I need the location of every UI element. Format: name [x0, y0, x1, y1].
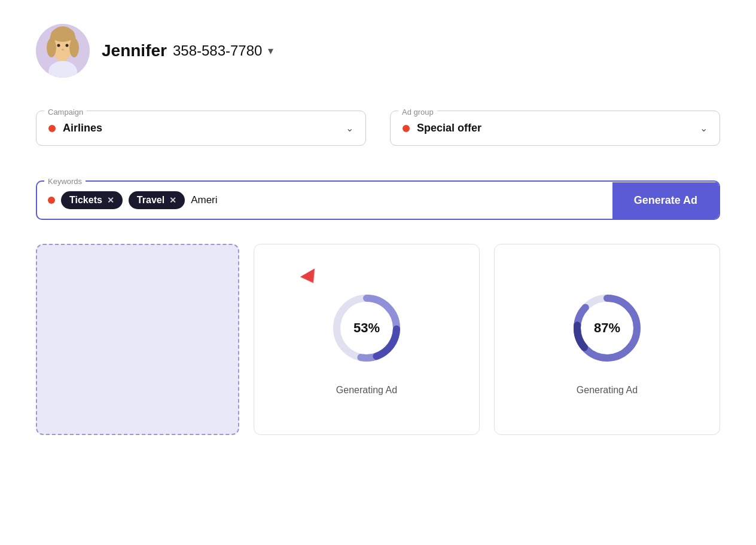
- tag-travel-label: Travel: [137, 195, 164, 206]
- tag-tickets-close-icon[interactable]: ✕: [107, 195, 114, 205]
- keywords-box: Tickets ✕ Travel ✕ Generate Ad: [36, 180, 720, 220]
- svg-point-9: [57, 44, 60, 47]
- svg-point-10: [66, 44, 69, 47]
- campaign-status-dot: [48, 125, 56, 132]
- cards-row: 53% Generating Ad 87% Generating Ad: [36, 244, 720, 435]
- generate-ad-button[interactable]: Generate Ad: [612, 182, 719, 219]
- placeholder-card: [36, 244, 239, 435]
- svg-point-3: [47, 38, 56, 57]
- svg-point-11: [62, 49, 64, 51]
- adgroup-label: Ad group: [398, 108, 437, 117]
- tag-tickets-label: Tickets: [69, 195, 102, 206]
- stat-card-87: 87% Generating Ad: [494, 244, 720, 435]
- avatar: [36, 24, 90, 78]
- tag-travel[interactable]: Travel ✕: [129, 191, 185, 209]
- adgroup-chevron-icon: ⌄: [700, 123, 708, 134]
- svg-point-4: [69, 38, 79, 57]
- tag-tickets[interactable]: Tickets ✕: [61, 191, 123, 209]
- donut-percent-53: 53%: [353, 320, 380, 336]
- adgroup-dropdown-group: Ad group Special offer ⌄: [390, 102, 720, 146]
- user-phone: 358-583-7780: [173, 42, 262, 59]
- keywords-section: Keywords Tickets ✕ Travel ✕ Generate Ad: [36, 170, 720, 220]
- adgroup-status-dot: [403, 125, 410, 132]
- profile-chevron-icon[interactable]: ▾: [268, 44, 273, 57]
- svg-point-12: [54, 53, 63, 59]
- keywords-label: Keywords: [44, 177, 86, 186]
- keywords-inner: Tickets ✕ Travel ✕: [37, 182, 606, 219]
- adgroup-dropdown[interactable]: Special offer ⌄: [390, 111, 720, 146]
- donut-chart-53: 53%: [328, 289, 406, 367]
- card-label-87: Generating Ad: [577, 385, 638, 396]
- campaign-dropdown-group: Campaign Airlines ⌄: [36, 102, 366, 146]
- profile-name: Jennifer 358-583-7780 ▾: [102, 41, 273, 60]
- campaign-chevron-icon: ⌄: [346, 123, 353, 134]
- adgroup-value: Special offer: [417, 122, 693, 134]
- campaign-value: Airlines: [63, 122, 339, 134]
- stat-card-53: 53% Generating Ad: [254, 244, 480, 435]
- keyword-input[interactable]: [191, 194, 596, 206]
- dropdowns-row: Campaign Airlines ⌄ Ad group Special off…: [36, 102, 720, 146]
- profile-row: Jennifer 358-583-7780 ▾: [36, 24, 720, 78]
- tag-travel-close-icon[interactable]: ✕: [169, 195, 176, 205]
- user-name: Jennifer: [102, 41, 167, 60]
- keywords-status-dot: [48, 197, 55, 204]
- campaign-label: Campaign: [44, 108, 87, 117]
- donut-chart-87: 87%: [568, 289, 646, 367]
- donut-percent-87: 87%: [594, 320, 620, 336]
- card-label-53: Generating Ad: [336, 385, 397, 396]
- svg-point-5: [51, 27, 75, 42]
